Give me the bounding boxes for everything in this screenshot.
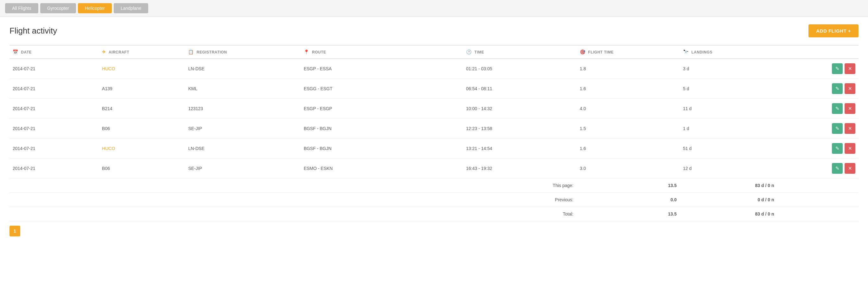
cell-aircraft: B214 — [99, 99, 185, 119]
cell-actions: ✎ ✕ — [777, 79, 859, 99]
summary-actions — [777, 178, 859, 193]
aircraft-link[interactable]: HUCO — [102, 146, 115, 151]
cell-flighttime: 3.0 — [577, 159, 680, 178]
action-buttons: ✎ ✕ — [781, 143, 856, 154]
cell-actions: ✎ ✕ — [777, 59, 859, 79]
cell-landings: 1 d — [680, 119, 777, 139]
edit-button[interactable]: ✎ — [832, 143, 843, 154]
cell-aircraft: A139 — [99, 79, 185, 99]
edit-button[interactable]: ✎ — [832, 103, 843, 114]
summary-label: This page: — [463, 178, 577, 193]
cell-registration: KML — [185, 79, 300, 99]
summary-landings: 0 d / 0 n — [680, 193, 777, 207]
summary-landings: 83 d / 0 n — [680, 207, 777, 221]
cell-aircraft: B06 — [99, 119, 185, 139]
tab-all-flights[interactable]: All Flights — [5, 3, 38, 13]
cell-flighttime: 1.8 — [577, 59, 680, 79]
col-header-landings: 🔭 LANDINGS — [680, 45, 777, 59]
cell-route: ESGP - ESGP — [301, 99, 463, 119]
cell-landings: 5 d — [680, 79, 777, 99]
cell-flighttime: 1.6 — [577, 139, 680, 159]
cell-landings: 51 d — [680, 139, 777, 159]
summary-time: 13.5 — [577, 178, 680, 193]
cell-actions: ✎ ✕ — [777, 99, 859, 119]
main-content: Flight activity ADD FLIGHT + 📅 DATE ✈ AI… — [0, 17, 868, 243]
cell-landings: 3 d — [680, 59, 777, 79]
cell-time: 06:54 - 08:11 — [463, 79, 577, 99]
page-1-button[interactable]: 1 — [9, 226, 20, 236]
tab-gyrocopter[interactable]: Gyrocopter — [40, 3, 76, 13]
edit-button[interactable]: ✎ — [832, 63, 843, 74]
aircraft-icon: ✈ — [102, 49, 106, 55]
summary-time: 0.0 — [577, 193, 680, 207]
table-row: 2014-07-21 HUCO LN-DSE ESGP - ESSA 01:21… — [9, 59, 859, 79]
cell-route: ESGG - ESGT — [301, 79, 463, 99]
time-icon: 🕐 — [466, 49, 472, 55]
table-body: 2014-07-21 HUCO LN-DSE ESGP - ESSA 01:21… — [9, 59, 859, 221]
cell-landings: 12 d — [680, 159, 777, 178]
cell-landings: 11 d — [680, 99, 777, 119]
action-buttons: ✎ ✕ — [781, 83, 856, 94]
delete-button[interactable]: ✕ — [844, 123, 855, 134]
cell-flighttime: 1.6 — [577, 79, 680, 99]
cell-actions: ✎ ✕ — [777, 119, 859, 139]
cell-time: 01:21 - 03:05 — [463, 59, 577, 79]
cell-actions: ✎ ✕ — [777, 139, 859, 159]
cell-date: 2014-07-21 — [9, 119, 99, 139]
cell-time: 13:21 - 14:54 — [463, 139, 577, 159]
cell-time: 16:43 - 19:32 — [463, 159, 577, 178]
cell-aircraft: B06 — [99, 159, 185, 178]
col-header-registration: 📋 REGISTRATION — [185, 45, 300, 59]
summary-row: Previous: 0.0 0 d / 0 n — [9, 193, 859, 207]
delete-button[interactable]: ✕ — [844, 143, 855, 154]
cell-date: 2014-07-21 — [9, 59, 99, 79]
landings-icon: 🔭 — [683, 49, 689, 55]
calendar-icon: 📅 — [13, 49, 19, 55]
header-row: Flight activity ADD FLIGHT + — [9, 24, 859, 37]
table-header: 📅 DATE ✈ AIRCRAFT 📋 REGISTRATION 📍 ROUTE… — [9, 45, 859, 59]
table-row: 2014-07-21 B214 123123 ESGP - ESGP 10:00… — [9, 99, 859, 119]
summary-empty — [9, 193, 463, 207]
table-row: 2014-07-21 HUCO LN-DSE BGSF - BGJN 13:21… — [9, 139, 859, 159]
summary-landings: 83 d / 0 n — [680, 178, 777, 193]
summary-label: Previous: — [463, 193, 577, 207]
table-row: 2014-07-21 B06 SE-JIP ESMO - ESKN 16:43 … — [9, 159, 859, 178]
summary-label: Total: — [463, 207, 577, 221]
tab-landplane[interactable]: Landplane — [114, 3, 148, 13]
cell-registration: 123123 — [185, 99, 300, 119]
col-header-time: 🕐 TIME — [463, 45, 577, 59]
cell-registration: LN-DSE — [185, 59, 300, 79]
add-flight-button[interactable]: ADD FLIGHT + — [808, 24, 859, 37]
cell-aircraft: HUCO — [99, 139, 185, 159]
cell-time: 12:23 - 13:58 — [463, 119, 577, 139]
edit-button[interactable]: ✎ — [832, 83, 843, 94]
action-buttons: ✎ ✕ — [781, 123, 856, 134]
tab-helicopter[interactable]: Helicopter — [78, 3, 112, 13]
cell-date: 2014-07-21 — [9, 159, 99, 178]
flighttime-icon: 🎯 — [580, 49, 586, 55]
cell-date: 2014-07-21 — [9, 99, 99, 119]
delete-button[interactable]: ✕ — [844, 103, 855, 114]
cell-flighttime: 1.5 — [577, 119, 680, 139]
col-header-date: 📅 DATE — [9, 45, 99, 59]
summary-actions — [777, 193, 859, 207]
summary-empty — [9, 207, 463, 221]
delete-button[interactable]: ✕ — [844, 83, 855, 94]
cell-time: 10:00 - 14:32 — [463, 99, 577, 119]
pagination: 1 — [9, 226, 859, 236]
action-buttons: ✎ ✕ — [781, 163, 856, 174]
edit-button[interactable]: ✎ — [832, 123, 843, 134]
delete-button[interactable]: ✕ — [844, 63, 855, 74]
aircraft-link[interactable]: HUCO — [102, 66, 115, 71]
delete-button[interactable]: ✕ — [844, 163, 855, 174]
page-title: Flight activity — [9, 26, 57, 36]
cell-registration: LN-DSE — [185, 139, 300, 159]
edit-button[interactable]: ✎ — [832, 163, 843, 174]
cell-registration: SE-JIP — [185, 119, 300, 139]
registration-icon: 📋 — [188, 49, 194, 55]
col-header-actions — [777, 45, 859, 59]
summary-empty — [9, 178, 463, 193]
cell-aircraft: HUCO — [99, 59, 185, 79]
cell-date: 2014-07-21 — [9, 79, 99, 99]
summary-row: This page: 13.5 83 d / 0 n — [9, 178, 859, 193]
